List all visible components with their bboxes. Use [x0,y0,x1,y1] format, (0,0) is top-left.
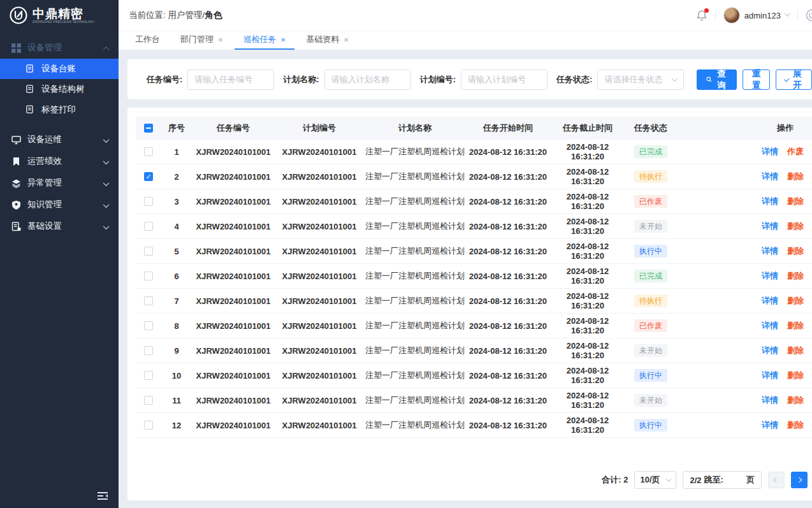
row-checkbox[interactable] [144,421,153,430]
tab-close-icon[interactable]: × [218,36,223,44]
tab-label: 部门管理 [180,34,214,45]
sidebar-item-basic-settings[interactable]: 基础设置 [0,215,119,237]
op-delete-link[interactable]: 删除 [787,395,804,405]
cell-start-time: 2024-08-12 16:31:20 [466,222,550,231]
op-delete-link[interactable]: 删除 [787,321,804,330]
logout-power-icon[interactable] [806,9,812,22]
sidebar-menu: 设备管理 设备台账 设备结构树 标签打印 [0,31,119,508]
sidebar-item-label-printing[interactable]: 标签打印 [0,99,119,120]
row-checkbox[interactable] [144,371,153,380]
sidebar-item-label: 异常管理 [27,177,62,189]
op-delete-link[interactable]: 删除 [787,271,804,280]
cell-end-time: 2024-08-12 16:31:20 [550,366,625,385]
jump-page-input[interactable] [726,474,744,486]
op-delete-link[interactable]: 删除 [787,296,804,305]
chevron-down-icon [104,178,108,188]
op-detail-link[interactable]: 详情 [762,171,778,181]
total-label: 合计: [602,475,621,484]
op-delete-link[interactable]: 删除 [787,171,804,181]
row-checkbox[interactable] [144,197,153,206]
cell-plan-no: XJRW20240101001 [275,147,364,157]
op-detail-link[interactable]: 详情 [762,395,778,405]
op-detail-link[interactable]: 详情 [762,221,778,231]
op-delete-link[interactable]: 删除 [787,246,804,256]
op-detail-link[interactable]: 详情 [762,246,778,256]
op-detail-link[interactable]: 详情 [762,321,778,330]
op-delete-link[interactable]: 删除 [787,221,804,231]
tab-department-management[interactable]: 部门管理 × [171,31,232,50]
content-area: 任务编号: 计划名称: 计划编号: 任务状态: 请选择任务状态 [119,50,812,508]
chevron-down-icon [784,10,790,17]
op-delete-link[interactable]: 删除 [787,420,804,430]
row-checkbox[interactable] [144,272,153,280]
op-void-link[interactable]: 作废 [787,147,804,156]
row-checkbox[interactable] [144,296,153,305]
op-detail-link[interactable]: 详情 [762,345,778,355]
chevron-down-icon [785,76,790,82]
notification-bell-icon[interactable] [696,10,707,21]
cell-task-no: XJRW20240101001 [192,147,275,157]
op-delete-link[interactable]: 删除 [787,196,804,206]
status-badge: 待执行 [634,294,667,307]
tab-close-icon[interactable]: × [281,36,286,44]
tab-close-icon[interactable]: × [344,36,349,44]
row-checkbox[interactable] [144,321,153,330]
user-menu[interactable]: admin123 [723,7,790,24]
chevron-up-icon [104,43,108,53]
op-detail-link[interactable]: 详情 [762,420,778,430]
row-checkbox[interactable]: ✓ [144,172,153,181]
op-detail-link[interactable]: 详情 [762,147,778,156]
divider [797,10,798,20]
row-checkbox[interactable] [144,147,153,156]
tab-basic-data[interactable]: 基础资料 × [297,31,358,50]
plan-name-input[interactable] [324,69,411,90]
cell-start-time: 2024-08-12 16:31:20 [466,321,550,331]
reset-button-label: 重置 [752,68,761,91]
sidebar-item-device-operation[interactable]: 设备运维 [0,129,119,150]
tab-workbench[interactable]: 工作台 [126,31,169,50]
search-icon [706,75,712,83]
cell-plan-name: 注塑一厂注塑机周巡检计划 [364,270,466,282]
avatar [723,7,740,24]
page-size-value: 10/页 [640,474,660,486]
sidebar-item-performance[interactable]: 运营绩效 [0,150,119,172]
row-checkbox[interactable] [144,247,153,256]
prev-page-button[interactable] [768,472,785,488]
op-delete-link[interactable]: 删除 [787,345,804,355]
reset-button[interactable]: 重置 [743,69,771,90]
row-checkbox[interactable] [144,346,153,355]
sidebar-item-knowledge-management[interactable]: 知识管理 [0,194,119,215]
expand-button[interactable]: 展开 [776,69,812,90]
cell-plan-name: 注塑一厂注塑机周巡检计划 [364,146,466,157]
sidebar-submenu: 设备台账 设备结构树 标签打印 [0,59,119,120]
tab-inspection-task[interactable]: 巡检任务 × [235,31,295,50]
sidebar-item-device-ledger[interactable]: 设备台账 [0,59,119,79]
table-row: 4XJRW20240101001XJRW20240101001注塑一厂注塑机周巡… [136,214,812,239]
grid-icon [11,43,21,53]
sidebar-item-exception-management[interactable]: 异常管理 [0,172,119,194]
search-button[interactable]: 查询 [697,69,737,90]
task-no-input[interactable] [187,69,274,90]
menu-fold-icon[interactable] [96,489,110,503]
op-detail-link[interactable]: 详情 [762,196,778,206]
cell-plan-name: 注塑一厂注塑机周巡检计划 [364,395,466,406]
task-status-select[interactable]: 请选择任务状态 [597,69,684,90]
cell-plan-name: 注塑一厂注塑机周巡检计划 [364,196,466,207]
filter-bar: 任务编号: 计划名称: 计划编号: 任务状态: 请选择任务状态 [127,59,812,99]
row-checkbox[interactable] [144,396,153,405]
plan-no-input[interactable] [461,69,547,90]
cell-start-time: 2024-08-12 16:31:20 [466,247,550,256]
page-size-select[interactable]: 10/页 [634,471,676,489]
col-header-index: 序号 [161,122,192,134]
row-checkbox[interactable] [144,222,153,231]
sidebar-item-device-structure-tree[interactable]: 设备结构树 [0,79,119,99]
op-detail-link[interactable]: 详情 [762,370,778,380]
op-detail-link[interactable]: 详情 [762,296,778,305]
select-all-checkbox[interactable] [144,124,153,133]
op-detail-link[interactable]: 详情 [762,271,778,280]
op-delete-link[interactable]: 删除 [787,370,804,380]
cell-plan-no: XJRW20240101001 [275,321,364,331]
next-page-button[interactable] [791,472,808,488]
cell-end-time: 2024-08-12 16:31:20 [550,217,625,236]
sidebar-item-device-management[interactable]: 设备管理 [0,37,119,59]
